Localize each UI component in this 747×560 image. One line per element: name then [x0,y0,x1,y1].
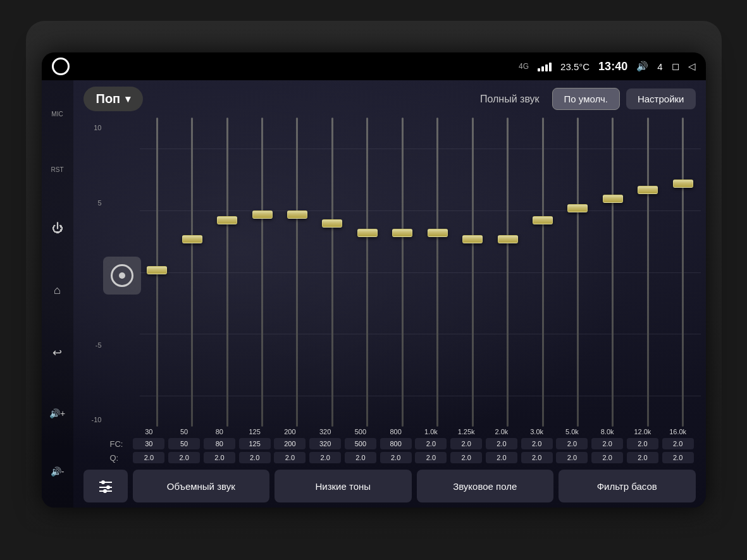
fc-val-2[interactable]: 80 [204,438,235,449]
q-val-12[interactable]: 2.0 [556,452,588,463]
sidebar-panel: MIC RST ⏻ ⌂ ↩ 🔊+ 🔊- [42,80,73,508]
fc-val-4[interactable]: 200 [274,438,306,449]
scale-5: 5 [78,199,105,207]
fc-val-9[interactable]: 2.0 [450,438,482,449]
thumb-200hz[interactable] [287,210,307,219]
thumb-800hz[interactable] [392,229,412,237]
cd-icon-box [103,257,141,295]
thumb-12k[interactable] [638,186,658,194]
full-sound-label: Полный звук [480,94,540,105]
status-left [52,58,70,75]
track-2k [507,118,509,427]
car-frame: 4G 23.5°C 13:40 🔊 4 ◻ ◁ MIC RST [26,21,722,539]
cd-icon [111,264,133,287]
q-val-13[interactable]: 2.0 [591,452,623,463]
track-1k [436,118,438,427]
thumb-125hz[interactable] [252,210,273,219]
sound-field-button[interactable]: Звуковое поле [417,470,554,502]
fc-val-3[interactable]: 125 [239,438,271,449]
thumb-8k[interactable] [603,195,623,203]
track-500hz [366,118,368,427]
back-button[interactable]: ↩ [52,346,62,360]
track-320hz [331,118,333,427]
thumb-500hz[interactable] [357,229,378,237]
vol-down-button[interactable]: 🔊- [51,466,65,477]
thumb-1-25k[interactable] [462,235,483,243]
q-row: Q: 2.0 2.0 2.0 2.0 2.0 2.0 2.0 2.0 2.0 2… [73,451,706,465]
eq-screen: MIC RST ⏻ ⌂ ↩ 🔊+ 🔊- Поп ▾ Полный звук По… [42,80,706,508]
slider-50hz [175,118,209,427]
fc-val-1[interactable]: 50 [168,438,200,449]
fc-val-6[interactable]: 500 [345,438,376,449]
fc-val-12[interactable]: 2.0 [556,438,588,449]
preset-label: Поп [96,92,121,106]
equalizer-button[interactable] [83,470,128,502]
preset-dropdown[interactable]: Поп ▾ [83,87,144,111]
fc-val-11[interactable]: 2.0 [521,438,553,449]
track-200hz [296,118,298,427]
fc-val-0[interactable]: 30 [133,438,164,449]
q-cells: 2.0 2.0 2.0 2.0 2.0 2.0 2.0 2.0 2.0 2.0 … [132,452,696,463]
track-80hz [226,118,228,427]
track-125hz [261,118,263,427]
fc-row: FC: 30 50 80 125 200 320 500 800 2.0 2.0 [73,437,706,451]
q-val-3[interactable]: 2.0 [239,452,271,463]
default-button[interactable]: По умолч. [552,88,620,110]
q-val-2[interactable]: 2.0 [204,452,235,463]
q-val-15[interactable]: 2.0 [662,452,694,463]
thumb-320hz[interactable] [322,219,342,228]
q-val-4[interactable]: 2.0 [274,452,306,463]
settings-button[interactable]: Настройки [626,88,696,109]
svg-point-3 [106,485,110,489]
fc-val-5[interactable]: 320 [309,438,341,449]
eq-top-buttons: Полный звук По умолч. Настройки [480,88,696,110]
thumb-80hz[interactable] [217,216,237,224]
freq-320: 320 [319,428,331,435]
q-val-14[interactable]: 2.0 [627,452,658,463]
slider-1-25k [455,118,490,427]
q-val-0[interactable]: 2.0 [133,452,164,463]
q-val-11[interactable]: 2.0 [521,452,553,463]
rst-label: RST [51,166,64,173]
fc-label: FC: [110,439,132,449]
vol-up-button[interactable]: 🔊+ [49,408,65,418]
thumb-3k[interactable] [533,216,553,224]
time-label: 13:40 [598,60,627,73]
fc-val-8[interactable]: 2.0 [415,438,447,449]
fc-val-13[interactable]: 2.0 [591,438,623,449]
fc-val-10[interactable]: 2.0 [486,438,517,449]
signal-label: 4G [519,62,529,71]
eq-sliders-icon [97,477,114,495]
thumb-16k[interactable] [673,180,693,188]
fc-val-7[interactable]: 800 [380,438,412,449]
window-icon[interactable]: ◻ [672,61,679,72]
freq-5k: 5.0k [565,428,579,435]
q-val-1[interactable]: 2.0 [168,452,200,463]
thumb-30hz[interactable] [147,266,167,274]
power-button[interactable]: ⏻ [52,222,63,235]
thumb-50hz[interactable] [182,235,202,243]
bass-button[interactable]: Низкие тоны [275,470,412,502]
surround-button[interactable]: Объемный звук [133,470,270,502]
q-label: Q: [110,453,132,463]
q-val-6[interactable]: 2.0 [345,452,376,463]
q-val-7[interactable]: 2.0 [380,452,412,463]
fc-cells: 30 50 80 125 200 320 500 800 2.0 2.0 2.0… [132,438,696,449]
svg-point-5 [103,489,107,493]
track-3k [542,118,544,427]
thumb-2k[interactable] [498,235,518,243]
freq-500: 500 [355,428,366,435]
fc-val-15[interactable]: 2.0 [662,438,694,449]
q-val-10[interactable]: 2.0 [486,452,517,463]
thumb-5k[interactable] [567,204,588,212]
fc-val-14[interactable]: 2.0 [627,438,658,449]
back-icon[interactable]: ◁ [688,61,696,72]
q-val-8[interactable]: 2.0 [415,452,447,463]
q-val-5[interactable]: 2.0 [309,452,341,463]
thumb-1k[interactable] [428,229,448,237]
home-button[interactable]: ⌂ [54,284,61,297]
freq-30: 30 [145,428,152,435]
track-8k [612,118,614,427]
bass-filter-button[interactable]: Фильтр басов [559,470,696,502]
q-val-9[interactable]: 2.0 [450,452,482,463]
